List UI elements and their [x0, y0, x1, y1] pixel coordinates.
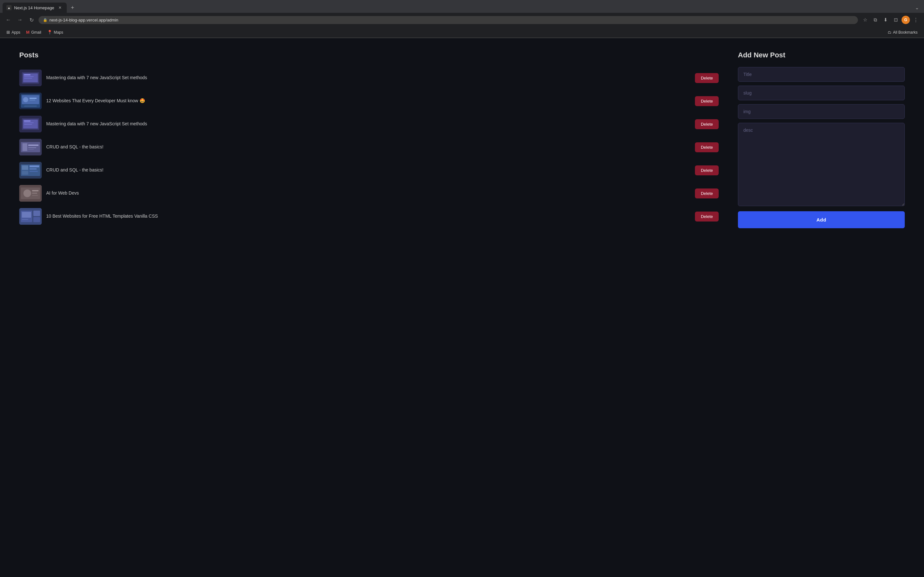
svg-rect-43 — [33, 217, 40, 222]
svg-rect-21 — [23, 143, 27, 151]
add-post-button[interactable]: Add — [738, 211, 905, 228]
bookmarks-folder-icon: 🗀 — [888, 30, 892, 35]
svg-rect-4 — [24, 76, 34, 77]
svg-point-35 — [23, 189, 31, 197]
post-title: AI for Web Devs — [46, 190, 690, 197]
list-item: Mastering data with 7 new JavaScript Set… — [19, 113, 719, 135]
extensions-button[interactable]: ⧉ — [871, 15, 880, 24]
apps-icon: ⊞ — [6, 30, 10, 35]
profile-sync-button[interactable]: ⊡ — [891, 15, 900, 24]
svg-point-10 — [23, 97, 28, 102]
add-post-section-title: Add New Post — [738, 51, 905, 59]
gmail-icon: M — [26, 30, 29, 35]
post-title: Mastering data with 7 new JavaScript Set… — [46, 75, 690, 81]
svg-rect-42 — [33, 211, 40, 216]
nav-bar: ← → ↻ 🔒 next-js-14-blog-app.vercel.app/a… — [0, 13, 924, 27]
bookmarks-bar: ⊞ Apps M Gmail 📍 Maps 🗀 All Bookmarks — [0, 27, 924, 38]
list-item: 10 Best Websites for Free HTML Templates… — [19, 205, 719, 227]
chrome-settings-button[interactable]: ⋮ — [911, 15, 920, 24]
svg-rect-22 — [28, 145, 39, 146]
reload-button[interactable]: ↻ — [27, 15, 36, 24]
svg-rect-11 — [29, 98, 37, 99]
img-input[interactable] — [738, 104, 905, 119]
list-item: CRUD and SQL - the basics! Delete — [19, 159, 719, 181]
post-thumbnail — [19, 93, 42, 109]
svg-rect-16 — [24, 121, 31, 121]
svg-rect-12 — [29, 100, 35, 100]
title-input[interactable] — [738, 67, 905, 82]
delete-button[interactable]: Delete — [695, 96, 719, 106]
posts-section-title: Posts — [19, 51, 719, 59]
delete-button[interactable]: Delete — [695, 142, 719, 152]
svg-rect-18 — [24, 124, 32, 125]
forward-button[interactable]: → — [15, 15, 24, 24]
svg-rect-23 — [28, 147, 36, 148]
lock-icon: 🔒 — [43, 18, 47, 22]
post-thumbnail — [19, 162, 42, 179]
svg-rect-17 — [24, 122, 34, 123]
svg-rect-37 — [32, 193, 37, 193]
list-item: Mastering data with 7 new JavaScript Set… — [19, 67, 719, 89]
slug-input[interactable] — [738, 85, 905, 100]
chrome-menu-button[interactable]: ⌄ — [913, 3, 921, 12]
delete-button[interactable]: Delete — [695, 211, 719, 221]
svg-rect-28 — [22, 171, 28, 175]
page-content: Posts Mastering data with 7 new JavaScri… — [0, 38, 924, 241]
all-bookmarks-button[interactable]: 🗀 All Bookmarks — [885, 29, 920, 35]
list-item: AI for Web Devs Delete — [19, 182, 719, 204]
post-thumbnail — [19, 208, 42, 225]
post-title: 10 Best Websites for Free HTML Templates… — [46, 213, 690, 219]
bookmark-star-button[interactable]: ☆ — [861, 15, 869, 24]
desc-textarea[interactable] — [738, 123, 905, 206]
new-tab-button[interactable]: + — [68, 3, 77, 12]
svg-rect-29 — [29, 165, 39, 167]
svg-rect-45 — [22, 219, 28, 220]
user-avatar[interactable]: G — [901, 16, 910, 24]
bookmark-apps[interactable]: ⊞ Apps — [4, 29, 23, 35]
svg-rect-36 — [32, 190, 39, 191]
svg-rect-9 — [24, 105, 37, 107]
svg-rect-27 — [22, 165, 28, 170]
url-text: next-js-14-blog-app.vercel.app/admin — [49, 18, 118, 23]
delete-button[interactable]: Delete — [695, 165, 719, 175]
delete-button[interactable]: Delete — [695, 189, 719, 198]
bookmark-maps-label: Maps — [54, 30, 63, 35]
svg-rect-5 — [24, 78, 32, 79]
list-item: CRUD and SQL - the basics! Delete — [19, 136, 719, 158]
post-thumbnail — [19, 116, 42, 132]
post-thumbnail — [19, 185, 42, 201]
back-button[interactable]: ← — [4, 15, 13, 24]
all-bookmarks-label: All Bookmarks — [893, 30, 918, 35]
post-title: 12 Websites That Every Developer Must kn… — [46, 98, 690, 104]
tab-favicon: ▲ — [6, 5, 11, 10]
delete-button[interactable]: Delete — [695, 73, 719, 83]
post-thumbnail — [19, 139, 42, 155]
posts-section: Posts Mastering data with 7 new JavaScri… — [19, 51, 719, 228]
downloads-button[interactable]: ⬇ — [881, 15, 890, 24]
post-list: Mastering data with 7 new JavaScript Set… — [19, 67, 719, 227]
svg-rect-24 — [28, 149, 34, 150]
add-post-section: Add New Post Add — [738, 51, 905, 228]
bookmark-apps-label: Apps — [11, 30, 20, 35]
bookmark-gmail-label: Gmail — [31, 30, 41, 35]
bookmark-maps[interactable]: 📍 Maps — [45, 29, 66, 35]
svg-rect-44 — [22, 212, 31, 218]
svg-rect-3 — [24, 74, 31, 75]
tab-close-button[interactable]: ✕ — [57, 5, 63, 11]
list-item: 12 Websites That Every Developer Must kn… — [19, 90, 719, 112]
post-title: CRUD and SQL - the basics! — [46, 144, 690, 150]
browser-tab[interactable]: ▲ Next.js 14 Homepage ✕ — [3, 3, 67, 13]
browser-chrome: ▲ Next.js 14 Homepage ✕ + ⌄ ← → ↻ 🔒 next… — [0, 0, 924, 38]
bookmark-gmail[interactable]: M Gmail — [23, 29, 44, 35]
nav-actions: ☆ ⧉ ⬇ ⊡ G ⋮ — [861, 15, 920, 24]
svg-rect-38 — [32, 195, 38, 196]
post-title: CRUD and SQL - the basics! — [46, 167, 690, 173]
post-thumbnail — [19, 69, 42, 86]
address-bar[interactable]: 🔒 next-js-14-blog-app.vercel.app/admin — [39, 16, 858, 24]
tab-title: Next.js 14 Homepage — [14, 5, 55, 10]
tab-bar: ▲ Next.js 14 Homepage ✕ + ⌄ — [0, 0, 924, 13]
post-title: Mastering data with 7 new JavaScript Set… — [46, 121, 690, 127]
svg-rect-30 — [29, 168, 37, 169]
maps-icon: 📍 — [47, 30, 52, 35]
delete-button[interactable]: Delete — [695, 119, 719, 129]
